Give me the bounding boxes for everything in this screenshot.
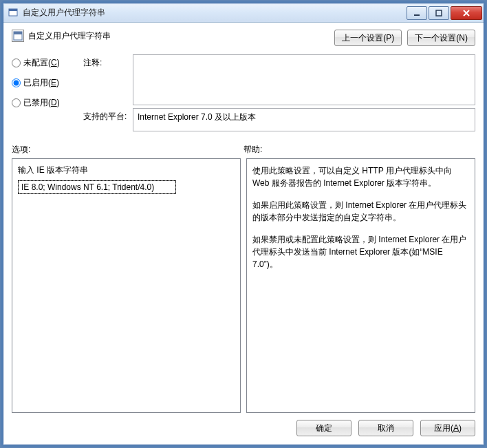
maximize-button[interactable] — [429, 6, 449, 20]
options-field-label: 输入 IE 版本字符串 — [18, 164, 235, 176]
previous-setting-button[interactable]: 上一个设置(P) — [334, 30, 402, 46]
svg-rect-5 — [14, 32, 22, 34]
ie-version-string-input[interactable] — [18, 180, 176, 194]
app-icon — [8, 8, 19, 19]
header-row: 自定义用户代理字符串 上一个设置(P) 下一个设置(N) — [12, 30, 475, 46]
radio-disabled[interactable] — [12, 98, 21, 107]
radio-enabled[interactable] — [12, 78, 21, 87]
help-panel: 使用此策略设置，可以自定义 HTTP 用户代理标头中向 Web 服务器报告的 I… — [246, 158, 475, 413]
footer-buttons: 确定 取消 应用(A) — [12, 420, 475, 436]
client-area: 自定义用户代理字符串 上一个设置(P) 下一个设置(N) 未配置(C) 已启用(… — [3, 23, 484, 445]
supported-on-label: 支持的平台: — [83, 108, 133, 122]
window-controls — [405, 6, 482, 20]
page-title: 自定义用户代理字符串 — [28, 30, 111, 42]
help-paragraph: 使用此策略设置，可以自定义 HTTP 用户代理标头中向 Web 服务器报告的 I… — [252, 164, 469, 189]
close-button[interactable] — [451, 6, 482, 20]
window-title: 自定义用户代理字符串 — [23, 7, 105, 19]
radio-disabled-label[interactable]: 已禁用(D) — [23, 97, 60, 109]
cancel-button[interactable]: 取消 — [358, 420, 413, 436]
supported-on-value[interactable]: Internet Explorer 7.0 及以上版本 — [133, 108, 475, 131]
help-section-label: 帮助: — [244, 144, 475, 156]
svg-rect-2 — [414, 14, 420, 16]
radio-not-configured[interactable] — [12, 58, 21, 67]
policy-icon — [12, 30, 24, 42]
radio-not-configured-label[interactable]: 未配置(C) — [23, 57, 60, 69]
radio-enabled-label[interactable]: 已启用(E) — [23, 77, 59, 89]
dialog-window: 自定义用户代理字符串 自定义用户代理字符串 上一个设置(P) 下一个 — [3, 3, 484, 445]
minimize-button[interactable] — [407, 6, 427, 20]
svg-rect-3 — [436, 10, 442, 16]
help-paragraph: 如果禁用或未配置此策略设置，则 Internet Explorer 在用户代理标… — [252, 233, 469, 270]
help-paragraph: 如果启用此策略设置，则 Internet Explorer 在用户代理标头的版本… — [252, 199, 469, 224]
ok-button[interactable]: 确定 — [296, 420, 351, 436]
options-panel: 输入 IE 版本字符串 — [12, 158, 241, 413]
next-setting-button[interactable]: 下一个设置(N) — [407, 30, 475, 46]
config-row: 未配置(C) 已启用(E) 已禁用(D) 注释: 支持的平台: — [12, 54, 475, 131]
options-section-label: 选项: — [12, 144, 244, 156]
comment-label: 注释: — [83, 54, 133, 69]
svg-rect-1 — [9, 9, 17, 11]
state-radios: 未配置(C) 已启用(E) 已禁用(D) — [12, 54, 83, 131]
titlebar[interactable]: 自定义用户代理字符串 — [3, 3, 484, 23]
apply-button[interactable]: 应用(A) — [420, 420, 475, 436]
comment-textarea[interactable] — [133, 54, 475, 105]
